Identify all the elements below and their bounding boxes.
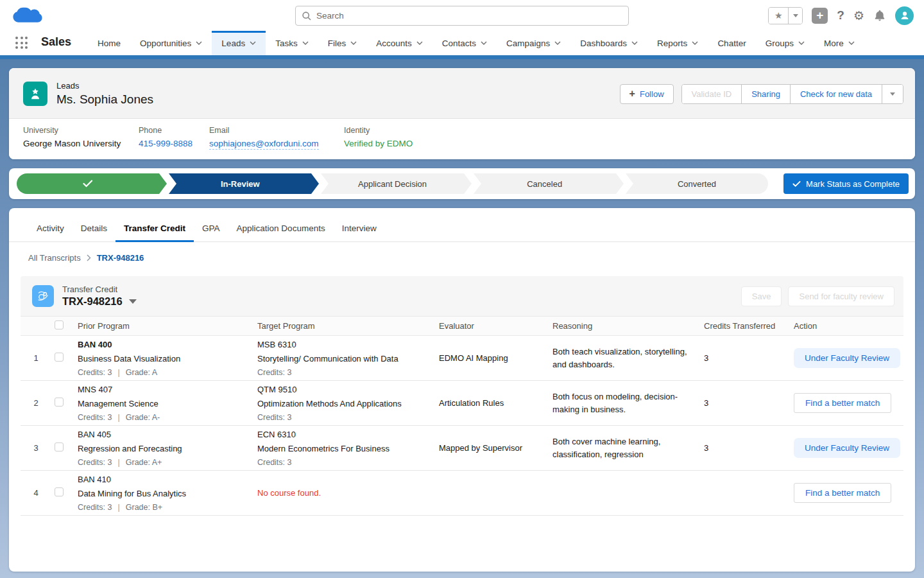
mark-status-complete-button[interactable]: Mark Status as Complete	[783, 173, 909, 194]
action-cell: Find a better match	[791, 393, 903, 413]
check-new-data-button[interactable]: Check for new data	[790, 85, 882, 103]
validate-id-button[interactable]: Validate ID	[682, 85, 742, 103]
app-name[interactable]: Sales	[41, 35, 71, 55]
target-course-code: MSB 6310	[257, 340, 436, 349]
nav-tabs: Home Opportunities Leads Tasks Files Acc…	[88, 31, 864, 55]
field-phone: Phone 415-999-8888	[139, 126, 209, 150]
global-search[interactable]	[295, 6, 629, 26]
nav-tab-opportunities[interactable]: Opportunities	[130, 31, 212, 55]
nav-tab-groups[interactable]: Groups	[756, 31, 814, 55]
prior-course-title: Data Mining for Bus Analytics	[78, 489, 254, 498]
under-faculty-review-button[interactable]: Under Faculty Review	[794, 348, 900, 368]
row-checkbox[interactable]	[55, 442, 64, 451]
row-number: 3	[21, 443, 51, 453]
column-action: Action	[791, 321, 903, 331]
more-actions-dropdown[interactable]	[882, 85, 903, 103]
target-course-title: Modern Econometrics For Business	[257, 444, 436, 453]
user-avatar[interactable]	[895, 6, 914, 25]
nav-tab-home[interactable]: Home	[88, 31, 130, 55]
path-stage-converted[interactable]: Converted	[626, 173, 768, 194]
table-row: 3 BAN 405 Regression and Forecasting Cre…	[21, 426, 903, 471]
app-launcher-icon[interactable]	[15, 37, 28, 49]
field-email: Email sophiajones@oxforduni.com	[209, 126, 344, 150]
row-checkbox[interactable]	[55, 487, 64, 496]
nav-tab-dashboards[interactable]: Dashboards	[570, 31, 647, 55]
path-stage-applicant-decision[interactable]: Applicant Decision	[321, 173, 463, 194]
avatar-person-icon	[900, 10, 910, 21]
search-icon	[302, 12, 311, 21]
reasoning-cell: Both focus on modeling, decision-making …	[549, 390, 701, 416]
prior-program-cell: BAN 410 Data Mining for Bus Analytics Cr…	[74, 475, 254, 512]
record-tabs: Activity Details Transfer Credit GPA App…	[9, 208, 915, 242]
follow-button[interactable]: + Follow	[620, 84, 674, 104]
nav-tab-reports[interactable]: Reports	[647, 31, 708, 55]
nav-tab-accounts[interactable]: Accounts	[366, 31, 432, 55]
nav-tab-files[interactable]: Files	[318, 31, 367, 55]
check-icon	[792, 180, 801, 188]
page-content: Leads Ms. Sophia Jones + Follow Validate…	[0, 59, 924, 572]
prior-program-cell: MNS 407 Management Science Credits: 3|Gr…	[74, 385, 254, 422]
nav-tab-contacts[interactable]: Contacts	[432, 31, 497, 55]
transfer-credit-section: Transfer Credit TRX-948216 Save Send for…	[21, 276, 903, 516]
help-icon[interactable]: ?	[837, 8, 844, 22]
row-checkbox[interactable]	[55, 398, 64, 407]
favorites-dropdown-icon[interactable]	[788, 8, 802, 24]
breadcrumb-all-transcripts[interactable]: All Transcripts	[28, 253, 81, 263]
path-stage-canceled[interactable]: Canceled	[474, 173, 616, 194]
tab-activity[interactable]: Activity	[28, 217, 73, 241]
record-header-top: Leads Ms. Sophia Jones + Follow Validate…	[9, 68, 915, 119]
select-all-checkbox[interactable]	[55, 320, 64, 329]
transcript-id-title[interactable]: TRX-948216	[62, 295, 137, 308]
nav-tab-campaigns[interactable]: Campaigns	[497, 31, 570, 55]
chevron-down-icon	[798, 41, 805, 45]
transfer-credit-entity-label: Transfer Credit	[62, 285, 137, 294]
tab-application-documents[interactable]: Application Documents	[228, 217, 334, 241]
nav-tab-tasks[interactable]: Tasks	[266, 31, 318, 55]
evaluator-cell: EDMO AI Mapping	[436, 353, 549, 363]
reasoning-cell: Both teach visualization, storytelling, …	[549, 346, 701, 371]
find-better-match-button[interactable]: Find a better match	[794, 483, 891, 503]
search-input[interactable]	[316, 11, 622, 21]
row-checkbox[interactable]	[55, 353, 64, 362]
tab-gpa[interactable]: GPA	[194, 217, 228, 241]
target-course-code: ECN 6310	[257, 430, 436, 439]
row-number: 4	[21, 488, 51, 498]
email-link[interactable]: sophiajones@oxforduni.com	[209, 139, 319, 150]
nav-tab-chatter[interactable]: Chatter	[708, 31, 755, 55]
check-icon	[83, 180, 93, 188]
favorite-star-icon[interactable]: ★	[769, 8, 788, 24]
path-stage-completed[interactable]	[17, 173, 159, 194]
target-course-code: QTM 9510	[257, 385, 436, 394]
chevron-down-icon	[554, 41, 561, 45]
field-university: University George Mason University	[23, 126, 139, 150]
breadcrumb-current[interactable]: TRX-948216	[97, 253, 144, 263]
tab-details[interactable]: Details	[73, 217, 116, 241]
prior-program-cell: BAN 400 Business Data Visualization Cred…	[74, 340, 254, 377]
chevron-down-icon	[481, 41, 487, 45]
global-actions-icon[interactable]: +	[812, 8, 828, 24]
under-faculty-review-button[interactable]: Under Faculty Review	[794, 438, 900, 458]
target-course-meta: Credits: 3	[257, 458, 436, 467]
tab-interview[interactable]: Interview	[334, 217, 385, 241]
target-course-title: Storytelling/ Communication with Data	[257, 354, 436, 363]
target-course-title: Optimization Methods And Applications	[257, 399, 436, 408]
notifications-bell-icon[interactable]	[873, 9, 886, 22]
chevron-down-icon	[631, 41, 638, 45]
path-stage-in-review[interactable]: In-Review	[169, 173, 311, 194]
nav-tab-leads[interactable]: Leads	[212, 31, 266, 55]
header-utility-icons: ★ + ? ⚙	[768, 0, 914, 31]
path-stages: In-Review Applicant Decision Canceled Co…	[17, 173, 768, 194]
prior-course-meta: Credits: 3|Grade: A+	[78, 458, 254, 467]
record-header-card: Leads Ms. Sophia Jones + Follow Validate…	[9, 68, 915, 159]
save-button[interactable]: Save	[741, 286, 782, 306]
send-faculty-review-button[interactable]: Send for faculty review	[788, 286, 894, 306]
page-title: Ms. Sophia Jones	[56, 92, 153, 107]
phone-link[interactable]: 415-999-8888	[139, 139, 209, 148]
setup-gear-icon[interactable]: ⚙	[853, 8, 864, 23]
nav-tab-more[interactable]: More	[814, 31, 864, 55]
sharing-button[interactable]: Sharing	[741, 85, 790, 103]
tab-transfer-credit[interactable]: Transfer Credit	[116, 217, 194, 241]
find-better-match-button[interactable]: Find a better match	[794, 393, 891, 413]
app-nav-bar: Sales Home Opportunities Leads Tasks Fil…	[0, 31, 924, 55]
caret-down-icon	[890, 92, 895, 96]
